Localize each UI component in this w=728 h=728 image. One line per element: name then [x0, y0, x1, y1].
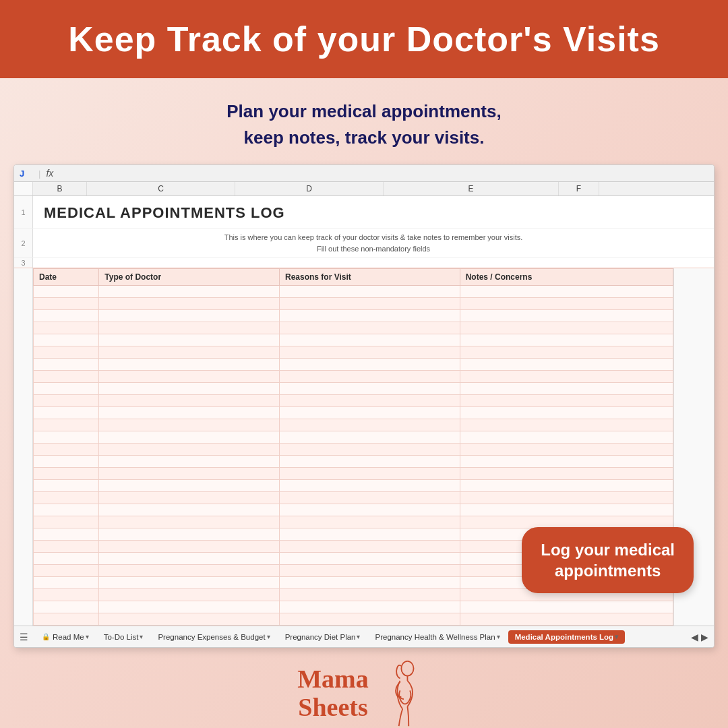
col-header-e: E — [384, 182, 559, 195]
tab-read-me[interactable]: 🔒 Read Me ▾ — [35, 630, 96, 644]
col-header-f: F — [559, 182, 599, 195]
table-row[interactable] — [34, 310, 673, 322]
sheet-desc-line2: Fill out these non-mandatory fields — [44, 243, 703, 255]
svg-point-0 — [401, 661, 413, 676]
tab-wellness[interactable]: Pregnancy Health & Wellness Plan ▾ — [368, 630, 506, 644]
dropdown-arrow: ▾ — [615, 633, 618, 640]
tab-todo[interactable]: To-Do List ▾ — [97, 630, 150, 644]
col-header-c: C — [87, 182, 235, 195]
sheet-desc-line1: This is where you can keep track of your… — [44, 232, 703, 243]
brand-logo: Mama Sheets — [297, 665, 369, 722]
table-row[interactable] — [34, 286, 673, 298]
table-row[interactable] — [34, 395, 673, 407]
dropdown-arrow: ▾ — [86, 633, 89, 640]
table-row[interactable] — [34, 504, 673, 516]
tab-medical-log[interactable]: Medical Appointments Log ▾ — [508, 630, 626, 644]
table-row[interactable] — [34, 516, 673, 528]
table-row[interactable] — [34, 359, 673, 371]
desc-row: 2 This is where you can keep track of yo… — [14, 229, 714, 257]
callout-line2: appointments — [555, 562, 661, 580]
col-date: Date — [34, 269, 99, 286]
dropdown-arrow: ▾ — [497, 633, 500, 640]
nav-left-icon[interactable]: ◀ — [691, 632, 698, 642]
nav-right-icon[interactable]: ▶ — [701, 632, 708, 642]
table-row[interactable] — [34, 383, 673, 395]
sheet-title: MEDICAL APPOINTMENTS LOG — [44, 204, 703, 222]
tab-diet[interactable]: Pregnancy Diet Plan ▾ — [278, 630, 367, 644]
subtitle-line1: Plan your medical appointments, — [13, 98, 715, 125]
table-row[interactable] — [34, 407, 673, 419]
tab-expenses[interactable]: Pregnancy Expenses & Budget ▾ — [151, 630, 276, 644]
column-headers: B C D E F — [14, 182, 714, 196]
col-header-d: D — [235, 182, 384, 195]
table-row[interactable] — [34, 492, 673, 504]
table-row[interactable] — [34, 334, 673, 346]
callout-line1: Log your medical — [541, 541, 675, 559]
dropdown-arrow: ▾ — [357, 633, 360, 640]
hamburger-icon[interactable]: ☰ — [20, 632, 28, 642]
logo-mama: Mama — [297, 665, 369, 694]
table-row[interactable] — [34, 298, 673, 310]
empty-row: 3 — [14, 257, 714, 268]
header-banner: Keep Track of your Doctor's Visits — [0, 0, 728, 78]
table-row[interactable] — [34, 613, 673, 626]
col-reasons: Reasons for Visit — [279, 269, 460, 286]
subtitle-block: Plan your medical appointments, keep not… — [0, 78, 728, 164]
callout-bubble: Log your medical appointments — [522, 527, 694, 593]
col-doctor: Type of Doctor — [99, 269, 280, 286]
table-row[interactable] — [34, 431, 673, 444]
table-row[interactable] — [34, 371, 673, 383]
fx-label: fx — [46, 168, 53, 179]
dropdown-arrow: ▾ — [140, 633, 143, 640]
formula-bar: J | fx — [14, 165, 714, 182]
lock-icon: 🔒 — [42, 633, 50, 640]
spreadsheet-container: J | fx B C D E F 1 MEDICAL APPOINTMENTS … — [13, 164, 715, 648]
table-row[interactable] — [34, 456, 673, 468]
col-notes: Notes / Concerns — [460, 269, 673, 286]
logo-sheets: Sheets — [297, 694, 369, 722]
table-row[interactable] — [34, 480, 673, 492]
sheet-nav-arrows[interactable]: ◀ ▶ — [691, 632, 708, 642]
table-row[interactable] — [34, 322, 673, 334]
col-header-b: B — [33, 182, 87, 195]
pregnant-figure-icon — [377, 660, 431, 727]
subtitle-line2: keep notes, track your visits. — [13, 125, 715, 151]
page-title: Keep Track of your Doctor's Visits — [27, 19, 701, 59]
title-row: 1 MEDICAL APPOINTMENTS LOG — [14, 196, 714, 229]
dropdown-arrow: ▾ — [267, 633, 270, 640]
table-row[interactable] — [34, 419, 673, 431]
cell-reference: J — [20, 169, 33, 179]
table-row[interactable] — [34, 468, 673, 480]
table-row[interactable] — [34, 444, 673, 456]
table-row[interactable] — [34, 601, 673, 613]
logo-area: Mama Sheets — [0, 648, 728, 728]
table-row[interactable] — [34, 346, 673, 359]
tab-bar: ☰ 🔒 Read Me ▾ To-Do List ▾ Pregnancy Exp… — [14, 626, 714, 647]
